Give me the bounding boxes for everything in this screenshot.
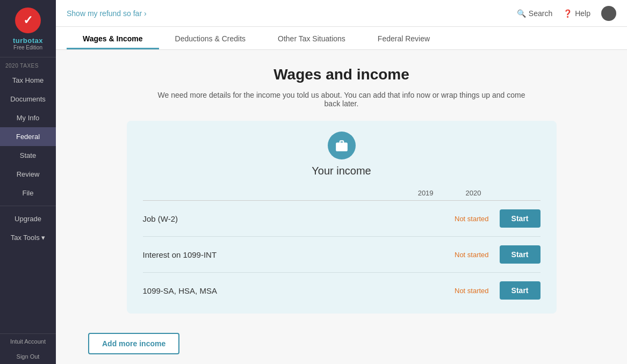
- page-title: Wages and income: [72, 66, 611, 83]
- income-label-hsa: 1099-SA, HSA, MSA: [143, 286, 455, 295]
- income-row-job-w2: Job (W-2) Not started Start: [143, 201, 540, 237]
- show-refund-link[interactable]: Show my refund so far ›: [67, 9, 147, 18]
- tab-other-tax[interactable]: Other Tax Situations: [262, 27, 362, 49]
- sidebar-item-tax-home[interactable]: Tax Home: [0, 71, 56, 90]
- page-subtitle: We need more details for the income you …: [154, 91, 530, 108]
- year-2019: 2019: [418, 189, 434, 197]
- sidebar-bottom: Intuit Account Sign Out: [0, 333, 56, 364]
- income-card: Your income 2019 2020 Job (W-2) Not star…: [127, 121, 557, 314]
- income-row-1099-int: Interest on 1099-INT Not started Start: [143, 237, 540, 273]
- content-area: Wages and income We need more details fo…: [56, 50, 627, 364]
- start-button-1099int[interactable]: Start: [500, 245, 540, 264]
- top-bar-left: Show my refund so far ›: [67, 9, 147, 18]
- income-year-headers: 2019 2020: [143, 186, 540, 201]
- tab-navigation: Wages & Income Deductions & Credits Othe…: [56, 27, 627, 50]
- tab-wages-income[interactable]: Wages & Income: [67, 27, 159, 49]
- income-row-hsa: 1099-SA, HSA, MSA Not started Start: [143, 273, 540, 308]
- year-2020: 2020: [466, 189, 481, 197]
- sidebar-item-federal[interactable]: Federal: [0, 127, 56, 146]
- income-section-title: Your income: [312, 165, 371, 177]
- tab-federal-review[interactable]: Federal Review: [362, 27, 446, 49]
- main-content: Show my refund so far › 🔍 Search ❓ Help …: [56, 0, 627, 364]
- edition-label: Free Edition: [13, 45, 42, 50]
- sidebar: ✓ turbotax Free Edition 2020 TAXES Tax H…: [0, 0, 56, 364]
- top-bar: Show my refund so far › 🔍 Search ❓ Help: [56, 0, 627, 27]
- logo-area: ✓ turbotax Free Edition: [0, 0, 56, 57]
- sidebar-item-state[interactable]: State: [0, 146, 56, 165]
- income-label-job: Job (W-2): [143, 214, 455, 223]
- tab-deductions-credits[interactable]: Deductions & Credits: [159, 27, 262, 49]
- section-label: 2020 TAXES: [0, 57, 56, 71]
- sidebar-intuit-account[interactable]: Intuit Account: [0, 334, 56, 349]
- search-button[interactable]: 🔍 Search: [517, 9, 552, 18]
- sidebar-item-upgrade[interactable]: Upgrade: [0, 209, 56, 228]
- sidebar-item-file[interactable]: File: [0, 184, 56, 202]
- briefcase-icon: [328, 132, 356, 159]
- income-status-1099int: Not started: [455, 251, 489, 259]
- sidebar-item-tax-tools[interactable]: Tax Tools ▾: [0, 228, 56, 247]
- user-avatar[interactable]: [601, 6, 616, 21]
- help-icon: ❓: [563, 9, 572, 18]
- logo-icon: ✓: [15, 8, 41, 33]
- search-icon: 🔍: [517, 9, 526, 18]
- top-bar-right: 🔍 Search ❓ Help: [517, 6, 616, 21]
- add-more-income-button[interactable]: Add more income: [88, 333, 179, 354]
- help-button[interactable]: ❓ Help: [563, 9, 590, 18]
- income-label-1099int: Interest on 1099-INT: [143, 250, 455, 259]
- sidebar-sign-out[interactable]: Sign Out: [0, 349, 56, 364]
- brand-name: turbotax: [13, 37, 43, 45]
- bottom-area: Add more income: [72, 324, 611, 363]
- sidebar-item-my-info[interactable]: My Info: [0, 108, 56, 127]
- sidebar-item-documents[interactable]: Documents: [0, 90, 56, 108]
- income-status-hsa: Not started: [455, 287, 489, 295]
- start-button-hsa[interactable]: Start: [500, 281, 540, 300]
- income-status-job: Not started: [455, 215, 489, 223]
- sidebar-item-review[interactable]: Review: [0, 165, 56, 184]
- income-card-header: Your income: [143, 132, 540, 177]
- start-button-job[interactable]: Start: [500, 209, 540, 228]
